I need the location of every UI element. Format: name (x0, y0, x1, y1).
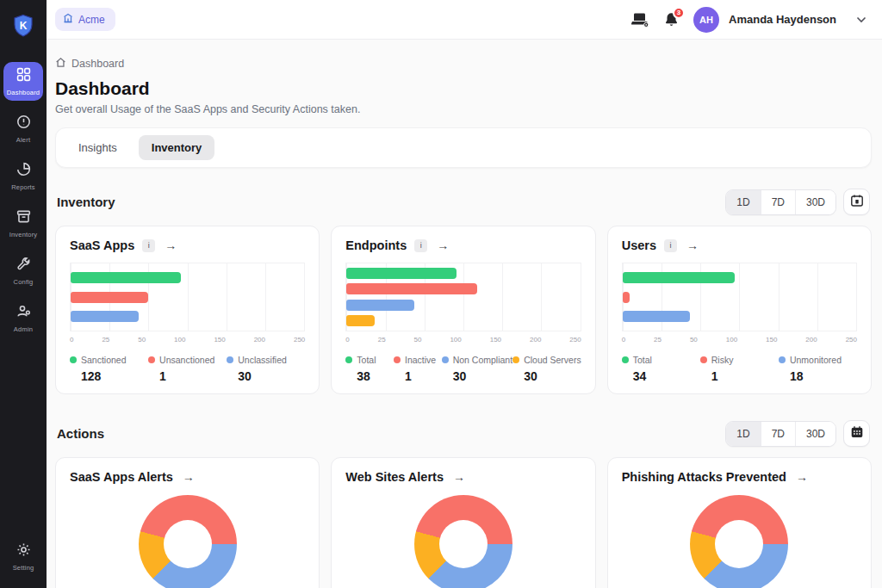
archive-box-icon (16, 209, 31, 227)
range-1d-button[interactable]: 1D (726, 422, 760, 446)
arrow-right-icon[interactable]: → (183, 470, 195, 484)
calendar-button[interactable] (843, 189, 870, 215)
sidebar-item-reports[interactable]: Reports (3, 157, 43, 195)
info-icon[interactable]: i (414, 239, 427, 252)
info-icon[interactable]: i (142, 239, 155, 252)
range-7d-button[interactable]: 7D (761, 190, 795, 214)
tab-insights[interactable]: Insights (65, 135, 130, 160)
device-settings-icon[interactable] (631, 12, 649, 28)
sidebar-item-config[interactable]: Config (3, 251, 43, 290)
building-icon (63, 13, 73, 26)
main-content: Dashboard Dashboard Get overall Usage of… (47, 40, 882, 588)
legend-item-top: Non Compliant (442, 355, 512, 365)
sidebar: K Dashboard Alert (0, 0, 47, 588)
axis-tick-label: 100 (450, 336, 461, 344)
legend-item-top: Total (622, 355, 700, 365)
legend-value: 34 (633, 369, 700, 383)
user-name[interactable]: Amanda Haydenson (729, 13, 836, 26)
brand-logo-icon[interactable]: K (12, 14, 34, 41)
home-icon (55, 57, 66, 71)
chevron-down-icon[interactable] (856, 16, 866, 23)
card-title: Phishing Attacks Prevented (622, 470, 786, 484)
axis-tick-label: 100 (174, 336, 185, 344)
range-30d-button[interactable]: 30D (795, 422, 835, 446)
alert-icon (16, 115, 31, 133)
chart-legend: Sanctioned128Unsanctioned1Unclassified30 (70, 355, 305, 383)
donut-chart (690, 495, 788, 588)
legend-item: Inactive1 (394, 355, 442, 383)
axis-tick-label: 100 (726, 336, 737, 344)
sidebar-item-alert[interactable]: Alert (3, 109, 43, 148)
legend-item-top: Cloud Servers (512, 355, 581, 365)
web-sites-alerts-card: Web Sites Alerts → BlockedNotifyPromoted (331, 457, 595, 588)
tab-inventory[interactable]: Inventory (139, 135, 215, 160)
info-icon[interactable]: i (664, 239, 677, 252)
arrow-right-icon[interactable]: → (453, 470, 465, 484)
axis-tick-label: 50 (414, 336, 422, 344)
arrow-right-icon[interactable]: → (437, 238, 449, 252)
legend-dot (70, 356, 77, 363)
sidebar-item-label: Setting (13, 564, 34, 572)
org-name: Acme (78, 14, 105, 26)
legend-item-top: Sanctioned (70, 355, 148, 365)
legend-value: 128 (81, 369, 148, 383)
legend-item-top: Risky (700, 355, 779, 365)
sidebar-item-setting[interactable]: Setting (3, 537, 43, 576)
phishing-attacks-prevented-card: Phishing Attacks Prevented → BlockedNoti… (607, 457, 872, 588)
bar-non-compliant (346, 300, 414, 311)
legend-label: Cloud Servers (524, 355, 581, 365)
legend-value: 1 (405, 369, 442, 383)
arrow-right-icon[interactable]: → (686, 238, 699, 252)
legend-label: Risky (711, 355, 734, 365)
legend-value: 1 (159, 369, 227, 383)
arrow-right-icon[interactable]: → (796, 470, 808, 484)
legend-item: Unclassified30 (227, 355, 305, 383)
sidebar-item-inventory[interactable]: Inventory (3, 204, 43, 243)
legend-item-top: Unmonitored (779, 355, 857, 365)
axis-tick-label: 0 (345, 336, 349, 344)
sidebar-item-dashboard[interactable]: Dashboard (3, 62, 43, 101)
avatar[interactable]: AH (693, 7, 719, 33)
users-card: Users i → 02550100150200250 Total34Risky… (607, 226, 872, 394)
legend-label: Inactive (405, 355, 436, 365)
legend-item-top: Unsanctioned (148, 355, 227, 365)
notifications-bell-icon[interactable]: 3 (664, 12, 679, 28)
axis-tick-label: 200 (530, 336, 541, 344)
gear-icon (16, 542, 31, 560)
card-title: Web Sites Alerts (345, 470, 444, 484)
sidebar-item-label: Dashboard (7, 89, 40, 96)
calendar-button[interactable] (843, 420, 870, 447)
sidebar-item-admin[interactable]: Admin (3, 299, 43, 337)
axis-tick-label: 50 (138, 336, 146, 344)
bar-unsanctioned (71, 292, 148, 303)
page-title: Dashboard (55, 78, 872, 99)
x-axis: 02550100150200250 (345, 336, 581, 344)
gridline (304, 263, 305, 331)
range-7d-button[interactable]: 7D (761, 422, 795, 446)
section-title: Actions (57, 426, 104, 441)
range-30d-button[interactable]: 30D (795, 190, 835, 214)
sidebar-item-label: Config (14, 278, 34, 286)
axis-tick-label: 25 (378, 336, 386, 344)
card-title: SaaS Apps Alerts (70, 470, 173, 484)
org-switcher[interactable]: Acme (55, 8, 115, 31)
legend-item: Risky1 (700, 355, 779, 383)
axis-tick-label: 150 (766, 336, 777, 344)
arrow-right-icon[interactable]: → (165, 238, 177, 252)
sidebar-item-label: Reports (11, 183, 35, 191)
breadcrumb[interactable]: Dashboard (55, 57, 124, 71)
gridline (779, 263, 780, 331)
range-1d-button[interactable]: 1D (726, 190, 760, 214)
gridline (463, 263, 464, 331)
endpoints-card: Endpoints i → 02550100150200250 Total38I… (331, 226, 595, 394)
axis-tick-label: 0 (622, 336, 625, 344)
legend-label: Unsanctioned (159, 355, 214, 365)
bar-chart (345, 263, 581, 331)
bar-cloud-servers (346, 315, 375, 326)
card-title: Users (622, 238, 656, 252)
legend-item: Sanctioned128 (70, 355, 148, 383)
donut-hole (439, 520, 488, 568)
actions-cards: SaaS Apps Alerts → BlockedNotifyPromoted… (55, 457, 872, 588)
page-subtitle: Get overall Usage of the SaaS Apps and S… (55, 103, 872, 115)
axis-tick-label: 250 (846, 336, 857, 344)
